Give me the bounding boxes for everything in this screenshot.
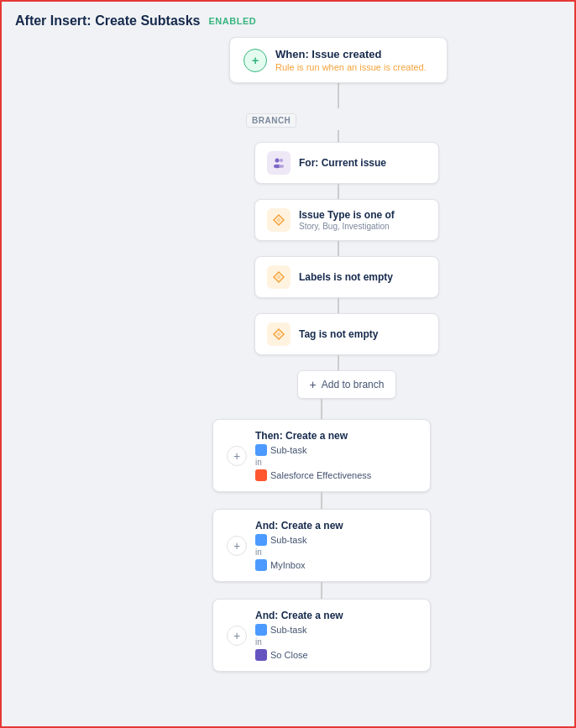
action-content-3: And: Create a new Sub-task in So Close xyxy=(255,610,343,661)
action-node-2[interactable]: + And: Create a new Sub-task in MyInbox xyxy=(212,509,431,582)
condition-content-3: Labels is not empty xyxy=(299,271,393,283)
enabled-badge: ENABLED xyxy=(209,16,257,26)
condition-node-issue-type[interactable]: Issue Type is one of Story, Bug, Investi… xyxy=(254,199,439,241)
connector-1 xyxy=(338,83,339,108)
connector-8 xyxy=(321,492,322,509)
condition-icon-people xyxy=(267,151,291,175)
connector-6 xyxy=(338,355,339,370)
action-project-name-2: MyInbox xyxy=(270,560,306,570)
page-title: After Insert: Create Subtasks xyxy=(15,13,201,29)
condition-content-4: Tag is not empty xyxy=(299,328,378,340)
trigger-node[interactable]: + When: Issue created Rule is run when a… xyxy=(229,37,448,83)
condition-title-1: For: Current issue xyxy=(299,157,386,169)
trigger-content: When: Issue created Rule is run when an … xyxy=(275,48,427,72)
action-project-name-1: Salesforce Effectiveness xyxy=(270,470,371,480)
page-header: After Insert: Create Subtasks ENABLED xyxy=(2,2,574,37)
connector-9 xyxy=(321,582,322,599)
condition-node-labels[interactable]: Labels is not empty xyxy=(254,256,439,298)
action-detail-3: Sub-task xyxy=(255,624,343,636)
action-node-3[interactable]: + And: Create a new Sub-task in So Close xyxy=(212,599,431,672)
action-node-1[interactable]: + Then: Create a new Sub-task in Salesfo… xyxy=(212,419,431,492)
action-item-type-3: Sub-task xyxy=(270,625,306,635)
action-project-icon-3 xyxy=(255,649,267,661)
action-item-type-1: Sub-task xyxy=(270,445,306,455)
action-item-type-2: Sub-task xyxy=(270,535,306,545)
action-main-title-1: Create a new xyxy=(285,430,348,442)
condition-icon-labels xyxy=(267,265,291,289)
action-content-2: And: Create a new Sub-task in MyInbox xyxy=(255,520,343,571)
action-project-icon-1 xyxy=(255,469,267,481)
action-prefix-2: And: xyxy=(255,520,278,532)
branch-label-container: BRANCH xyxy=(229,112,448,127)
action-plus-3[interactable]: + xyxy=(227,626,247,646)
action-title-1: Then: Create a new xyxy=(255,430,371,442)
condition-node-tag[interactable]: Tag is not empty xyxy=(254,313,439,355)
connector-4 xyxy=(338,241,339,256)
connector-2 xyxy=(338,130,339,142)
action-in-3: in xyxy=(255,637,343,647)
connector-7 xyxy=(321,399,322,419)
action-main-title-2: Create a new xyxy=(281,520,343,532)
action-detail-1: Sub-task xyxy=(255,444,371,456)
action-item-icon-2 xyxy=(255,534,267,546)
action-content-1: Then: Create a new Sub-task in Salesforc… xyxy=(255,430,371,481)
connector-5 xyxy=(338,298,339,313)
svg-point-3 xyxy=(279,165,284,168)
action-project-name-3: So Close xyxy=(270,650,308,660)
action-title-3: And: Create a new xyxy=(255,610,343,621)
trigger-icon: + xyxy=(243,49,267,72)
action-in-1: in xyxy=(255,458,371,467)
condition-title-4: Tag is not empty xyxy=(299,328,378,340)
condition-subtitle-2: Story, Bug, Investigation xyxy=(299,222,395,231)
condition-content-2: Issue Type is one of Story, Bug, Investi… xyxy=(299,209,395,231)
action-project-detail-3: So Close xyxy=(255,649,343,661)
action-project-icon-2 xyxy=(255,559,267,571)
action-item-icon-1 xyxy=(255,444,267,456)
action-main-title-3: Create a new xyxy=(281,610,343,621)
trigger-title: When: Issue created xyxy=(275,48,427,60)
condition-title-3: Labels is not empty xyxy=(299,271,393,283)
condition-node-for-issue[interactable]: For: Current issue xyxy=(254,142,439,184)
action-prefix-3: And: xyxy=(255,610,278,621)
trigger-subtitle: Rule is run when an issue is created. xyxy=(275,62,427,72)
connector-3 xyxy=(338,184,339,199)
branch-label: BRANCH xyxy=(246,113,296,128)
action-plus-2[interactable]: + xyxy=(227,536,247,556)
action-prefix-1: Then: xyxy=(255,430,283,442)
svg-point-0 xyxy=(275,159,280,163)
action-detail-2: Sub-task xyxy=(255,534,343,546)
flow-container: + When: Issue created Rule is run when a… xyxy=(2,37,574,672)
condition-title-2: Issue Type is one of xyxy=(299,209,395,221)
svg-point-2 xyxy=(280,159,283,162)
action-project-detail-2: MyInbox xyxy=(255,559,343,571)
add-to-branch-button[interactable]: + Add to branch xyxy=(297,370,397,399)
action-title-2: And: Create a new xyxy=(255,520,343,532)
action-plus-1[interactable]: + xyxy=(227,446,247,466)
condition-content-1: For: Current issue xyxy=(299,157,386,169)
action-item-icon-3 xyxy=(255,624,267,636)
action-project-detail-1: Salesforce Effectiveness xyxy=(255,469,371,481)
add-to-branch-plus-icon: + xyxy=(310,378,317,391)
action-in-2: in xyxy=(255,547,343,557)
add-to-branch-label: Add to branch xyxy=(322,379,385,390)
condition-icon-issue-type xyxy=(267,208,291,232)
condition-icon-tag xyxy=(267,322,291,346)
